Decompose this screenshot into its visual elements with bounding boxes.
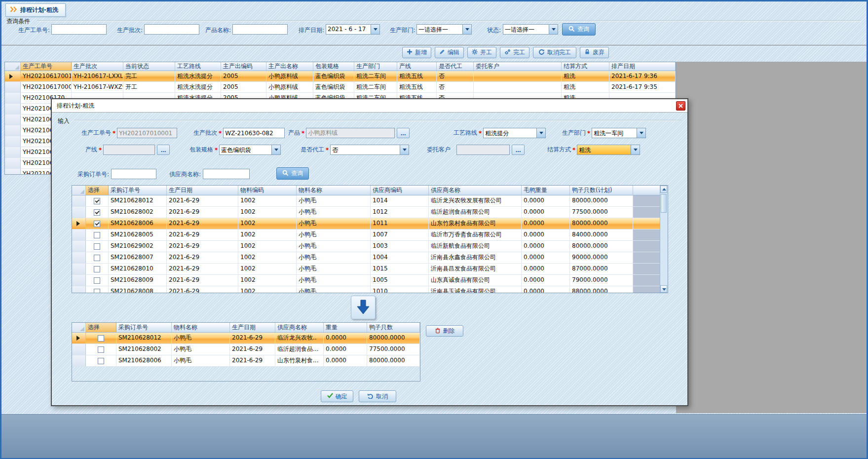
column-header[interactable]: 鸭子只数 xyxy=(367,323,420,332)
column-header[interactable]: 生产部门 xyxy=(354,62,397,71)
row-selector[interactable] xyxy=(72,230,86,240)
route-select[interactable]: 粗洗提分 xyxy=(483,128,546,138)
column-header[interactable]: 生产日期 xyxy=(167,186,238,195)
row-checkbox[interactable] xyxy=(94,209,100,216)
column-header[interactable]: 鸭子只数(计划) xyxy=(570,186,633,195)
table-row[interactable]: SM2106280062021-6-291002小鸭毛1011山东竹泉村食品有限… xyxy=(72,218,668,230)
row-selector[interactable] xyxy=(5,125,21,136)
work-order-input[interactable] xyxy=(51,24,107,35)
batch-input[interactable] xyxy=(144,24,199,35)
column-header[interactable]: 主产出编码 xyxy=(221,62,266,71)
row-checkbox[interactable] xyxy=(98,335,104,342)
batch-input[interactable] xyxy=(223,128,285,138)
row-checkbox[interactable] xyxy=(94,232,100,238)
line-browse-button[interactable]: ... xyxy=(157,145,170,155)
column-header[interactable]: 选择 xyxy=(86,323,116,332)
close-button[interactable] xyxy=(676,101,685,111)
column-header[interactable]: 重量 xyxy=(324,323,367,332)
row-selector[interactable] xyxy=(72,207,86,218)
chevron-down-icon[interactable] xyxy=(400,145,409,154)
row-selector[interactable] xyxy=(5,71,21,81)
row-selector[interactable] xyxy=(72,195,86,206)
product-input[interactable] xyxy=(306,128,395,138)
scroll-up-icon[interactable] xyxy=(660,186,667,193)
row-checkbox[interactable] xyxy=(94,243,100,250)
status-select[interactable]: 一请选择一 xyxy=(503,24,558,35)
cancel-button[interactable]: 取消 xyxy=(359,390,396,402)
table-row[interactable]: SM2106280082021-6-291002小鸭毛1010沂南县玉诚食品有限… xyxy=(72,286,668,293)
page-tab[interactable]: 排程计划-粗洗 xyxy=(5,3,66,17)
column-header[interactable]: 毛鸭重量 xyxy=(522,186,570,195)
row-checkbox[interactable] xyxy=(98,358,104,364)
chevron-down-icon[interactable] xyxy=(271,145,280,154)
row-selector[interactable] xyxy=(5,104,21,114)
row-checkbox[interactable] xyxy=(94,221,100,227)
vertical-scrollbar[interactable] xyxy=(660,186,668,293)
chevron-down-icon[interactable] xyxy=(536,128,545,138)
work-order-input[interactable] xyxy=(117,128,177,138)
row-selector[interactable] xyxy=(72,333,86,344)
search-button[interactable]: 查询 xyxy=(562,23,596,36)
select-all-corner[interactable] xyxy=(72,186,86,195)
client-browse-button[interactable]: ... xyxy=(512,145,525,155)
column-header[interactable]: 生产工单号 xyxy=(21,62,72,71)
chevron-down-icon[interactable] xyxy=(637,128,645,138)
column-header[interactable]: 供应商名称 xyxy=(429,186,522,195)
table-row[interactable]: YH202106170010YH-210617-LXXL931完工粗洗水洗提分2… xyxy=(5,71,676,82)
edit-button[interactable]: 编辑 xyxy=(435,47,464,58)
select-all-corner[interactable] xyxy=(72,323,86,332)
scroll-thumb[interactable] xyxy=(661,194,667,213)
column-header[interactable]: 包装规格 xyxy=(313,62,354,71)
chevron-down-icon[interactable] xyxy=(462,25,471,34)
package-select[interactable]: 蓝色编织袋 xyxy=(219,145,281,155)
column-header[interactable]: 主产出名称 xyxy=(266,62,313,71)
row-checkbox[interactable] xyxy=(94,255,100,261)
row-checkbox[interactable] xyxy=(98,346,104,353)
table-row[interactable]: SM2106280122021-6-291002小鸭毛1014临沂龙兴农牧发展有… xyxy=(72,195,668,207)
po-search-button[interactable]: 查询 xyxy=(276,167,309,180)
add-button[interactable]: 新增 xyxy=(402,47,431,58)
table-row[interactable]: SM2106280092021-6-291002小鸭毛1005山东真诚食品有限公… xyxy=(72,275,668,286)
row-selector[interactable] xyxy=(72,275,86,286)
dept-select[interactable]: 一请选择一 xyxy=(416,24,472,35)
scroll-down-icon[interactable] xyxy=(660,285,667,293)
row-selector[interactable] xyxy=(72,286,86,293)
column-header[interactable]: 供应商名称 xyxy=(275,323,324,332)
finish-work-button[interactable]: 完工 xyxy=(500,47,529,58)
chevron-down-icon[interactable] xyxy=(549,25,558,34)
row-checkbox[interactable] xyxy=(94,198,100,204)
column-header[interactable]: 是否代工 xyxy=(437,62,474,71)
table-row[interactable]: SM2106290022021-6-291002小鸭毛1003临沂新航食品有限公… xyxy=(72,241,668,252)
column-header[interactable]: 供应商编码 xyxy=(371,186,429,195)
column-header[interactable]: 物料名称 xyxy=(297,186,371,195)
cancel-finish-button[interactable]: 取消完工 xyxy=(533,47,576,58)
column-header[interactable]: 物料编码 xyxy=(238,186,297,195)
ok-button[interactable]: 确定 xyxy=(321,390,353,402)
product-name-input[interactable] xyxy=(232,24,288,35)
column-header[interactable]: 排产日期 xyxy=(609,62,676,71)
line-input[interactable] xyxy=(103,145,155,155)
row-checkbox[interactable] xyxy=(94,277,100,284)
move-down-button[interactable] xyxy=(351,296,376,319)
row-selector[interactable] xyxy=(5,115,21,125)
column-header[interactable]: 结算方式 xyxy=(562,62,609,71)
row-selector[interactable] xyxy=(72,355,86,366)
row-checkbox[interactable] xyxy=(94,289,100,294)
row-checkbox[interactable] xyxy=(94,266,100,272)
column-header[interactable]: 当前状态 xyxy=(123,62,175,71)
table-row[interactable]: YH202106170009YH-210617-WXZ928开工粗洗水洗提分20… xyxy=(5,82,676,93)
row-selector[interactable] xyxy=(5,147,21,157)
row-selector[interactable] xyxy=(72,252,86,263)
chevron-down-icon[interactable] xyxy=(371,25,379,34)
table-row[interactable]: SM2106280102021-6-291002小鸭毛1015沂南县昌发食品有限… xyxy=(72,264,668,275)
table-row[interactable]: SM210628002小鸭毛2021-6-29临沂超润食品...0.000077… xyxy=(72,344,420,355)
product-browse-button[interactable]: ... xyxy=(397,128,410,138)
chevron-down-icon[interactable] xyxy=(631,145,640,154)
row-selector[interactable] xyxy=(5,136,21,147)
row-selector[interactable] xyxy=(72,241,86,252)
delete-button[interactable]: 删除 xyxy=(426,325,463,337)
column-header[interactable]: 选择 xyxy=(86,186,109,195)
row-selector[interactable] xyxy=(5,158,21,168)
select-all-corner[interactable] xyxy=(5,62,21,71)
column-header[interactable]: 产线 xyxy=(397,62,437,71)
